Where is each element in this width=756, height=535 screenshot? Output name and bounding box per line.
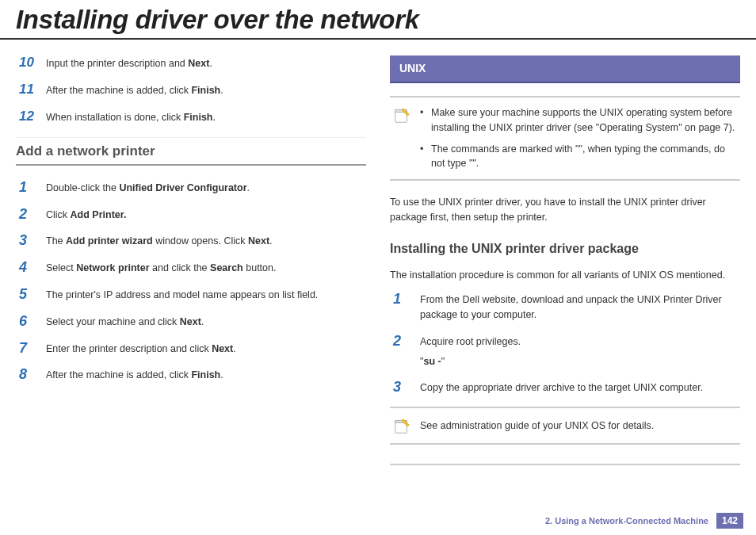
page-footer: 2. Using a Network-Connected Machine 142	[545, 513, 743, 529]
step-number: 2	[16, 207, 46, 223]
note-item: •Make sure your machine supports the UNI…	[420, 105, 737, 136]
step-number: 10	[16, 55, 46, 71]
step-number: 6	[16, 314, 46, 330]
step-text: After the machine is added, click Finish…	[46, 82, 366, 98]
step: 3The Add printer wizard window opens. Cl…	[16, 233, 366, 249]
step-text: Click Add Printer.	[46, 207, 366, 223]
step: 2Acquire root privileges."su -"	[390, 334, 740, 369]
step: 8After the machine is added, click Finis…	[16, 367, 366, 383]
step-text: The Add printer wizard window opens. Cli…	[46, 233, 366, 249]
step: 1Double-click the Unified Driver Configu…	[16, 180, 366, 196]
step-number: 5	[16, 287, 46, 303]
right-column: UNIX •Make sure your machine supports th…	[390, 55, 740, 465]
step-text: Select Network printer and click the Sea…	[46, 260, 366, 276]
step: 5The printer's IP address and model name…	[16, 287, 366, 303]
step-text: Copy the appropriate driver archive to t…	[420, 380, 740, 396]
step-number: 4	[16, 260, 46, 276]
note-box-admin-guide: See administration guide of your UNIX OS…	[390, 407, 740, 445]
step-text: After the machine is added, click Finish…	[46, 367, 366, 383]
unix-intro-paragraph: To use the UNIX printer driver, you have…	[390, 195, 740, 225]
step: 1From the Dell website, download and unp…	[390, 292, 740, 323]
step-number: 11	[16, 82, 46, 97]
footer-chapter: 2. Using a Network-Connected Machine	[545, 516, 708, 525]
step: 7Enter the printer description and click…	[16, 341, 366, 357]
content-columns: 10Input the printer description and Next…	[0, 40, 756, 465]
left-column: 10Input the printer description and Next…	[16, 55, 366, 465]
step: 4Select Network printer and click the Se…	[16, 260, 366, 276]
step-number: 1	[390, 292, 420, 308]
step: 6Select your machine and click Next.	[16, 314, 366, 330]
step: 2Click Add Printer.	[16, 207, 366, 223]
step: 12When installation is done, click Finis…	[16, 109, 366, 125]
step: 3Copy the appropriate driver archive to …	[390, 380, 740, 396]
step-text: Acquire root privileges."su -"	[420, 334, 740, 369]
step-number: 2	[390, 334, 420, 350]
section-add-network-printer: Add a network printer	[16, 137, 366, 166]
step-number: 3	[390, 380, 420, 396]
step-number: 7	[16, 341, 46, 357]
section-install-unix-package: Installing the UNIX printer driver packa…	[390, 239, 740, 258]
step-number: 3	[16, 233, 46, 249]
step-number: 12	[16, 109, 46, 124]
page-number: 142	[716, 513, 743, 529]
step-text: From the Dell website, download and unpa…	[420, 292, 740, 323]
step-text: The printer's IP address and model name …	[46, 287, 366, 303]
step-number: 8	[16, 367, 46, 383]
page-title: Installing driver over the network	[0, 0, 756, 40]
note-box-unix-support: •Make sure your machine supports the UNI…	[390, 96, 740, 181]
step: 11After the machine is added, click Fini…	[16, 82, 366, 98]
step-text: Enter the printer description and click …	[46, 341, 366, 357]
note-icon	[393, 107, 410, 124]
step: 10Input the printer description and Next…	[16, 55, 366, 71]
step-text: Double-click the Unified Driver Configur…	[46, 180, 366, 196]
unix-subintro: The installation procedure is common for…	[390, 268, 740, 283]
step-number: 1	[16, 180, 46, 196]
note-item: •The commands are marked with "", when t…	[420, 142, 737, 172]
note-icon	[393, 418, 410, 435]
note-text: See administration guide of your UNIX OS…	[420, 418, 737, 434]
step-text: Input the printer description and Next.	[46, 55, 366, 71]
step-text: Select your machine and click Next.	[46, 314, 366, 330]
unix-banner: UNIX	[390, 55, 740, 83]
step-text: When installation is done, click Finish.	[46, 109, 366, 125]
